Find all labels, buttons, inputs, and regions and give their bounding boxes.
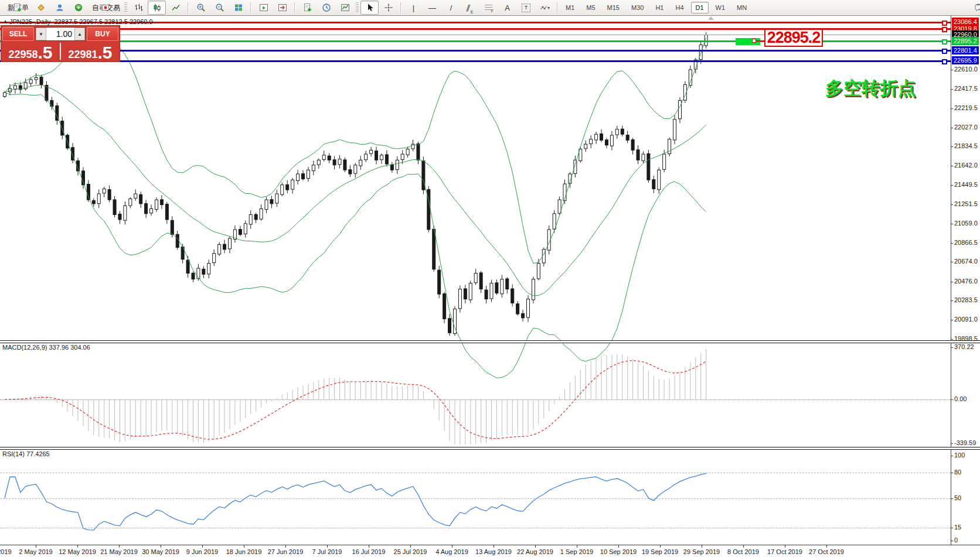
timeframe-m30[interactable]: M30 <box>627 2 648 13</box>
price-axis-label: 22610.0 <box>954 66 978 73</box>
date-axis-label: 1 Sep 2019 <box>560 548 593 555</box>
cursor-icon <box>365 3 375 12</box>
text-button[interactable]: A <box>498 1 516 15</box>
community-button[interactable] <box>50 1 69 15</box>
panel-splitter[interactable] <box>0 447 980 450</box>
arrows-icon: ↗↙ <box>540 5 546 11</box>
rsi-level-80 <box>0 473 951 473</box>
chat-icon[interactable] <box>974 4 980 12</box>
autotrading-icon <box>101 3 110 12</box>
date-axis-label: 30 May 2019 <box>142 548 179 555</box>
zoom-in-button[interactable] <box>192 1 210 15</box>
new-order-button[interactable]: 新订单 <box>4 1 31 15</box>
rsi-label: RSI(14) 77.4265 <box>2 450 50 457</box>
timeframe-m5[interactable]: M5 <box>581 2 600 13</box>
price-axis-tick <box>951 128 953 128</box>
auto-scroll-icon <box>259 3 268 12</box>
timeframe-d1[interactable]: D1 <box>691 2 709 13</box>
panel-splitter[interactable] <box>0 340 980 343</box>
fibonacci-button[interactable]: F <box>479 1 498 15</box>
price-axis-label: 20866.5 <box>954 239 978 246</box>
rsi-axis-label: 0 <box>954 537 958 544</box>
date-axis-tick <box>743 545 744 548</box>
line-chart-icon <box>171 3 181 12</box>
periods-button[interactable]: ▾ <box>317 1 335 15</box>
volume-value[interactable]: 1.00 <box>46 29 74 39</box>
zoom-out-icon <box>215 3 224 12</box>
price-line-anchor <box>942 27 947 32</box>
buy-button[interactable]: BUY <box>87 27 118 41</box>
date-axis-label: 17 Oct 2019 <box>767 548 802 555</box>
buy-price[interactable]: 22981 .5 <box>61 42 120 61</box>
timeframe-m15[interactable]: M15 <box>603 2 624 13</box>
date-axis-label: 10 Sep 2019 <box>600 548 637 555</box>
bar-chart-button[interactable] <box>129 1 147 15</box>
market-button[interactable] <box>32 1 50 15</box>
arrows-button[interactable]: ↗↙▾ <box>536 1 554 15</box>
price-axis-tick <box>951 224 953 224</box>
macd-axis-label: -339.59 <box>954 439 976 446</box>
vertical-line-button[interactable]: | <box>404 1 423 15</box>
autotrading-button[interactable]: 自动交易 <box>88 1 122 15</box>
rsi-axis-tick <box>951 473 953 473</box>
auto-scroll-button[interactable] <box>254 1 273 15</box>
macd-axis-label: 370.22 <box>954 343 974 350</box>
date-axis-label: 8 Oct 2019 <box>727 548 759 555</box>
date-axis-tick <box>244 545 244 548</box>
price-axis-label: 20283.5 <box>954 296 978 303</box>
price-axis-border <box>951 16 951 545</box>
chart-area: 22895.2 多空转折点 ▲ JPN225-,Daily 22837.5 22… <box>0 16 980 557</box>
cursor-button[interactable] <box>360 1 379 15</box>
price-axis-label: 21834.5 <box>954 142 978 149</box>
panel-collapse-arrow[interactable]: ▲ <box>3 19 8 24</box>
tile-windows-button[interactable] <box>229 1 247 15</box>
indicators-button[interactable]: ▾ <box>298 1 317 15</box>
rsi-axis-label: 50 <box>954 494 961 501</box>
date-axis-tick <box>826 545 827 548</box>
sell-button[interactable]: SELL <box>2 27 34 41</box>
toolbar-separator <box>294 2 295 13</box>
template-button[interactable]: ▾ <box>336 1 354 15</box>
community-icon <box>55 3 64 12</box>
trendline-button[interactable]: / <box>442 1 460 15</box>
text-label-button[interactable]: T <box>517 1 535 15</box>
volume-decrease-button[interactable]: ▼ <box>36 28 46 40</box>
equidistant-channel-button[interactable]: ∥E <box>461 1 479 15</box>
rsi-level-50 <box>0 498 951 499</box>
price-annotation: 22895.2 <box>764 29 823 47</box>
bar-chart-icon <box>134 3 143 12</box>
price-axis-label: 20674.0 <box>954 258 978 265</box>
price-axis-tick <box>951 243 953 244</box>
volume-increase-button[interactable]: ▲ <box>74 28 85 40</box>
date-axis-label: 2 May 2019 <box>19 548 52 555</box>
horizontal-line-button[interactable]: — <box>423 1 441 15</box>
date-axis-label: 18 Jun 2019 <box>226 548 262 555</box>
date-axis-label: 12 May 2019 <box>59 548 96 555</box>
toolbar-handle <box>356 2 359 13</box>
price-line-anchor <box>942 20 947 26</box>
sell-price-frac: .5 <box>38 46 53 60</box>
timeframe-h4[interactable]: H4 <box>671 2 688 13</box>
macd-signal-value: 304.06 <box>70 344 90 351</box>
date-axis: 23 Apr 20192 May 201912 May 201921 May 2… <box>0 545 980 557</box>
line-chart-button[interactable] <box>166 1 185 15</box>
signals-icon <box>74 3 83 12</box>
price-axis-label: 22027.0 <box>954 124 978 131</box>
candlestick-button[interactable] <box>148 1 166 15</box>
tile-windows-icon <box>234 3 243 12</box>
crosshair-button[interactable] <box>379 1 397 15</box>
buy-price-main: 22981 <box>68 49 97 60</box>
timeframe-mn[interactable]: MN <box>732 2 751 13</box>
timeframe-h1[interactable]: H1 <box>651 2 668 13</box>
vertical-line-icon: | <box>413 4 414 12</box>
macd-axis-tick <box>951 443 953 444</box>
rsi-axis-label: 80 <box>954 469 961 476</box>
template-icon <box>341 3 350 12</box>
chart-shift-button[interactable] <box>273 1 291 15</box>
timeframe-m1[interactable]: M1 <box>561 2 579 13</box>
sell-price-main: 22958 <box>8 49 38 60</box>
sell-price[interactable]: 22958 .5 <box>1 42 60 61</box>
zoom-out-button[interactable] <box>210 1 229 15</box>
signals-button[interactable] <box>69 1 87 15</box>
timeframe-w1[interactable]: W1 <box>711 2 730 13</box>
